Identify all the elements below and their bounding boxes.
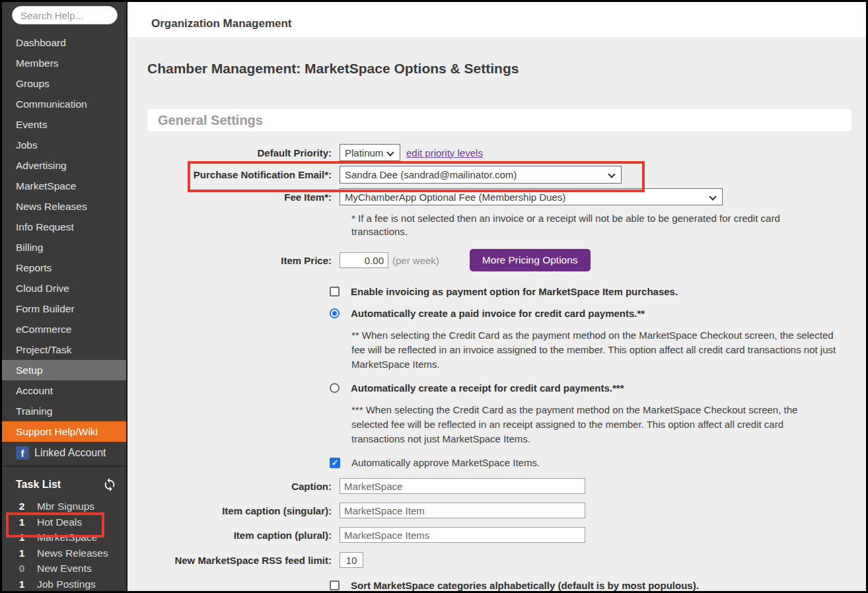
default-priority-label: Default Priority: [151, 147, 340, 158]
task-item-job-postings[interactable]: 1Job Postings [16, 576, 117, 592]
task-label[interactable]: MarketSpace [37, 530, 97, 545]
sidebar-item-ecommerce[interactable]: eCommerce [2, 319, 126, 339]
task-count: 1 [16, 530, 28, 545]
task-list: Task List 2Mbr Signups1Hot Deals1MarketS… [2, 467, 126, 592]
task-label[interactable]: Hot Deals [37, 514, 82, 530]
caption-plural-input[interactable] [340, 527, 585, 543]
default-priority-select[interactable]: Platinum [340, 144, 400, 161]
task-item-news-releases[interactable]: 1News Releases [16, 545, 117, 561]
auto-receipt-label: Automatically create a receipt for credi… [351, 382, 624, 394]
sidebar-item-cloud-drive[interactable]: Cloud Drive [2, 278, 126, 298]
chevron-down-icon [608, 170, 615, 178]
sidebar-item-linked-account[interactable]: f Linked Account [2, 442, 126, 467]
sidebar-item-reports[interactable]: Reports [2, 258, 126, 278]
topbar: Organization Management [127, 2, 866, 37]
task-count: 1 [16, 576, 28, 592]
fee-item-select[interactable]: MyChamberApp Optional Fee (Membership Du… [340, 188, 723, 205]
task-label[interactable]: News Releases [37, 545, 108, 561]
auto-receipt-radio[interactable] [330, 383, 340, 393]
sidebar-item-info-request[interactable]: Info Request [2, 217, 126, 237]
item-price-suffix: (per week) [392, 255, 439, 266]
sidebar-nav: DashboardMembersGroupsCommunicationEvent… [2, 32, 126, 442]
refresh-icon[interactable] [102, 477, 117, 492]
auto-paid-invoice-label: Automatically create a paid invoice for … [351, 308, 645, 319]
sort-categories-checkbox[interactable] [330, 580, 340, 590]
caption-input[interactable] [340, 478, 585, 494]
settings-form: Default Priority: Platinum edit priority… [151, 144, 851, 591]
caption-singular-input[interactable] [340, 503, 585, 518]
purchase-email-label: Purchase Notification Email*: [151, 169, 340, 180]
task-count: 1 [16, 514, 28, 530]
sidebar-item-billing[interactable]: Billing [2, 237, 126, 258]
sidebar-item-setup[interactable]: Setup [2, 360, 126, 380]
sort-categories-label: Sort MarketSpace categories alphabetical… [351, 580, 699, 591]
sidebar-item-marketspace[interactable]: MarketSpace [2, 176, 126, 196]
general-settings-header: General Settings [147, 109, 851, 131]
item-price-input[interactable] [340, 252, 388, 268]
more-pricing-options-button[interactable]: More Pricing Options [470, 249, 591, 271]
task-count: 0 [16, 561, 28, 576]
option-row-auto-receipt: Automatically create a receipt for credi… [330, 382, 851, 394]
auto-paid-invoice-note: ** When selecting the Credit Card as the… [351, 328, 837, 372]
sidebar-item-project-task[interactable]: Project/Task [2, 339, 126, 360]
task-item-mbr-signups[interactable]: 2Mbr Signups [16, 499, 117, 514]
sidebar-item-news-releases[interactable]: News Releases [2, 196, 126, 217]
caption-plural-label: Item caption (plural): [151, 530, 340, 541]
sidebar: DashboardMembersGroupsCommunicationEvent… [2, 2, 127, 591]
auto-paid-invoice-radio[interactable] [330, 308, 340, 318]
task-label[interactable]: Mbr Signups [37, 499, 94, 514]
purchase-email-select[interactable]: Sandra Dee (sandrad@mailinator.com) [340, 166, 622, 184]
section-title: General Settings [158, 113, 263, 128]
enable-invoicing-label: Enable invoicing as payment option for M… [351, 286, 678, 297]
auto-receipt-note: *** When selecting the Credit Card as th… [351, 403, 837, 446]
task-list-items: 2Mbr Signups1Hot Deals1MarketSpace1News … [16, 499, 117, 592]
facebook-icon: f [16, 446, 29, 460]
rss-limit-label: New MarketSpace RSS feed limit: [151, 555, 340, 566]
chevron-down-icon [709, 193, 716, 200]
auto-approve-checkbox[interactable]: ✓ [330, 458, 340, 468]
edit-priority-levels-link[interactable]: edit priority levels [406, 147, 483, 158]
task-item-marketspace[interactable]: 1MarketSpace [16, 530, 117, 545]
sidebar-item-account[interactable]: Account [2, 380, 126, 401]
sidebar-item-support-help-wiki[interactable]: Support Help/Wiki [2, 421, 126, 442]
task-item-new-events[interactable]: 0New Events [16, 561, 117, 576]
page-title: Chamber Management: MarketSpace Options … [147, 61, 851, 77]
enable-invoicing-checkbox[interactable] [330, 287, 340, 296]
rss-limit-input[interactable] [340, 552, 363, 568]
option-row-enable-invoicing: Enable invoicing as payment option for M… [330, 286, 851, 297]
task-count: 2 [16, 499, 28, 514]
sidebar-item-members[interactable]: Members [2, 53, 126, 73]
sidebar-item-events[interactable]: Events [2, 114, 126, 135]
sidebar-item-dashboard[interactable]: Dashboard [2, 32, 126, 53]
sidebar-item-jobs[interactable]: Jobs [2, 135, 126, 155]
task-label[interactable]: Job Postings [37, 576, 96, 592]
chevron-down-icon [386, 149, 394, 156]
linked-account-label: Linked Account [34, 447, 106, 459]
fee-item-label: Fee Item*: [151, 192, 340, 203]
caption-singular-label: Item caption (singular): [151, 505, 340, 516]
item-price-label: Item Price: [151, 255, 340, 266]
task-item-hot-deals[interactable]: 1Hot Deals [16, 514, 117, 530]
payment-options: Enable invoicing as payment option for M… [151, 286, 851, 468]
fee-item-note: * If a fee is not selected then an invoi… [351, 212, 822, 238]
auto-approve-label: Automatically approve MarketSpace Items. [351, 457, 540, 468]
sidebar-item-form-builder[interactable]: Form Builder [2, 298, 126, 319]
app-window: DashboardMembersGroupsCommunicationEvent… [0, 0, 868, 593]
breadcrumb: Organization Management [151, 17, 292, 30]
content: Chamber Management: MarketSpace Options … [127, 37, 866, 591]
sidebar-item-groups[interactable]: Groups [2, 73, 126, 94]
task-list-title: Task List [16, 479, 61, 491]
sidebar-item-communication[interactable]: Communication [2, 94, 126, 114]
caption-label: Caption: [151, 481, 340, 492]
option-row-auto-paid-invoice: Automatically create a paid invoice for … [330, 308, 851, 319]
search-input[interactable] [12, 6, 118, 24]
main-area: Organization Management Chamber Manageme… [127, 2, 866, 591]
task-label[interactable]: New Events [37, 561, 92, 576]
option-row-auto-approve: ✓Automatically approve MarketSpace Items… [330, 457, 851, 468]
sidebar-item-training[interactable]: Training [2, 401, 126, 421]
task-count: 1 [16, 545, 28, 561]
sidebar-item-advertising[interactable]: Advertising [2, 155, 126, 176]
